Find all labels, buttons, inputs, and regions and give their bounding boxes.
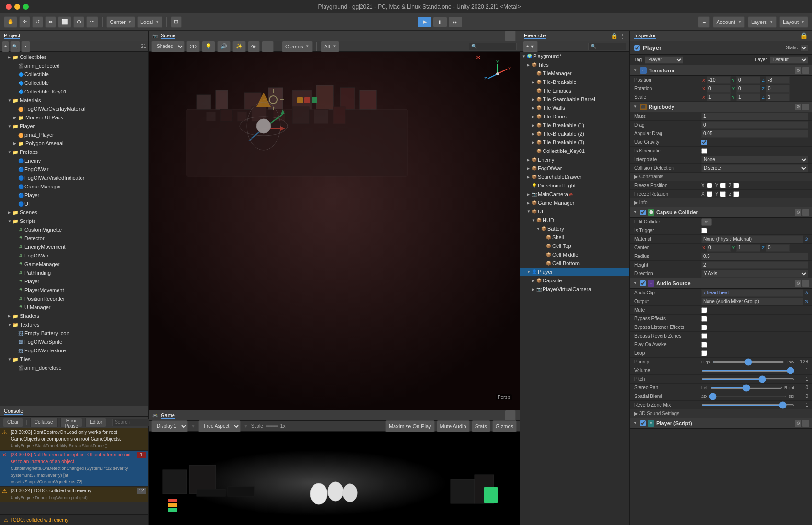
collider-material-link[interactable]: ⊙ — [804, 236, 808, 242]
play-button[interactable]: ▶ — [418, 17, 431, 27]
rot-z-field[interactable] — [766, 85, 790, 93]
mute-audio-button[interactable]: Mute Audio — [437, 420, 470, 432]
project-item-fogofwar-sprite[interactable]: 🖼FogOfWarSprite — [0, 338, 148, 346]
display-select[interactable]: Display 1 — [151, 420, 188, 432]
freeze-pos-x[interactable] — [707, 183, 712, 188]
stats-button[interactable]: Stats — [472, 420, 490, 432]
tag-select[interactable]: Player — [645, 56, 683, 64]
bypass-reverb-checkbox[interactable] — [701, 333, 707, 339]
project-item-fogofwar-material[interactable]: ⬤FogOfWarOverlayMaterial — [0, 105, 148, 113]
audio-active-checkbox[interactable] — [640, 280, 646, 286]
edit-collider-button[interactable]: ✏ — [701, 218, 712, 226]
project-item-tiles[interactable]: ▼📁Tiles — [0, 355, 148, 363]
project-item-enemy-movement[interactable]: #EnemyMovement — [0, 243, 148, 251]
project-item-collectible-1[interactable]: 🔷Collectible — [0, 70, 148, 79]
find-button[interactable]: 🔍 — [10, 41, 20, 52]
project-item-collectible-key01[interactable]: 🔷Collectible_Key01 — [0, 87, 148, 96]
scene-tab[interactable]: Scene — [161, 33, 175, 39]
scale-tool-button[interactable]: ⇔ — [45, 16, 56, 28]
scale-x-field[interactable] — [707, 93, 731, 101]
project-item-player-script[interactable]: #Player — [0, 277, 148, 286]
project-item-collectible-2[interactable]: 🔷Collectible — [0, 79, 148, 87]
project-item-collectibles[interactable]: ▶📁Collectibles — [0, 53, 148, 61]
freeze-pos-z[interactable] — [733, 183, 739, 188]
info-header[interactable]: ▶ Info — [630, 198, 812, 207]
step-button[interactable]: ⏭ — [449, 17, 462, 27]
console-clear-button[interactable]: Clear — [3, 418, 23, 427]
hierarchy-item-tile-empties[interactable]: 📦Tile Empties — [520, 86, 629, 95]
transform-component-header[interactable]: ▼ ↔ Transform ⚙ ⋮ — [630, 65, 812, 76]
game-options-button[interactable]: ⋮ — [505, 410, 516, 421]
project-item-materials[interactable]: ▼📁Materials — [0, 96, 148, 105]
inspector-lock-button[interactable]: 🔒 — [800, 32, 808, 39]
sound-settings-header[interactable]: ▶ 3D Sound Settings — [630, 409, 812, 418]
mass-field[interactable] — [701, 113, 808, 120]
lighting-button[interactable]: 💡 — [202, 41, 215, 52]
shading-mode-select[interactable]: Shaded — [151, 41, 185, 52]
project-item-custom-vignette[interactable]: #CustomVignette — [0, 225, 148, 234]
maximize-button[interactable] — [23, 4, 29, 10]
capsule-collider-header[interactable]: ▼ ⬤ Capsule Collider ⚙ ⋮ — [630, 207, 812, 218]
audio-clip-link[interactable]: ⊙ — [804, 290, 808, 295]
play-on-awake-checkbox[interactable] — [701, 342, 707, 348]
game-view[interactable] — [149, 432, 520, 525]
minimize-button[interactable] — [14, 4, 20, 10]
scene-options-button[interactable]: ⋮ — [505, 31, 516, 42]
project-item-enemy-prefab[interactable]: 🔵Enemy — [0, 156, 148, 165]
collider-material-field[interactable]: None (Physic Material) — [701, 235, 803, 243]
project-item-fogofwar-prefab[interactable]: 🔵FogOfWar — [0, 165, 148, 174]
project-item-fogofwar-visited[interactable]: 🔵FogOfWarVisitedIndicator — [0, 174, 148, 182]
hierarchy-item-tilemanager[interactable]: 📦TileManager — [520, 69, 629, 78]
bypass-effects-checkbox[interactable] — [701, 316, 707, 322]
radius-field[interactable] — [701, 253, 808, 260]
center-x-field[interactable] — [707, 244, 731, 252]
project-item-game-manager-prefab[interactable]: 🔵Game Manager — [0, 182, 148, 191]
project-item-polygon-arsenal[interactable]: ▶📁Polygon Arsenal — [0, 139, 148, 148]
game-tab[interactable]: Game — [161, 412, 175, 419]
cloud-button[interactable]: ☁ — [698, 16, 710, 28]
project-tab[interactable]: Project — [4, 33, 20, 39]
console-editor-button[interactable]: Editor — [85, 418, 106, 427]
move-tool-button[interactable]: ✛ — [19, 16, 30, 28]
project-item-fog-of-war[interactable]: #FogOfWar — [0, 251, 148, 260]
hierarchy-item-hud[interactable]: ▼📦HUD — [520, 216, 629, 224]
hierarchy-lock-button[interactable]: 🔒 — [611, 33, 618, 39]
hierarchy-item-cell-bottom[interactable]: 📦Cell Bottom — [520, 259, 629, 268]
project-item-pmat-player[interactable]: ⬤pmat_Player — [0, 130, 148, 139]
hierarchy-item-tile-breakable-2[interactable]: ▶📦Tile-Breakable (2) — [520, 129, 629, 138]
scale-slider[interactable]: ━━━━ — [266, 423, 278, 429]
project-item-textures[interactable]: ▼📁Textures — [0, 320, 148, 329]
all-button[interactable]: All ▼ — [321, 41, 339, 52]
project-item-ui-prefab[interactable]: 🔵UI — [0, 199, 148, 208]
project-item-player-prefab[interactable]: 🔵Player — [0, 191, 148, 199]
collision-detection-select[interactable]: Discrete — [701, 164, 808, 172]
hierarchy-item-fogofwar[interactable]: ▶📦FogOfWar — [520, 164, 629, 173]
audio-settings-button[interactable]: ⚙ — [795, 280, 801, 287]
project-item-ui-manager[interactable]: #UIManager — [0, 303, 148, 312]
use-gravity-checkbox[interactable] — [701, 140, 707, 145]
project-item-game-manager-script[interactable]: #GameManager — [0, 260, 148, 268]
freeze-rot-y[interactable] — [720, 191, 726, 197]
layout-button[interactable]: Layout ▼ — [779, 16, 808, 28]
pos-y-field[interactable] — [736, 76, 760, 84]
angular-drag-field[interactable] — [701, 130, 808, 138]
console-error-pause-button[interactable]: Error Pause — [60, 418, 82, 427]
player-script-settings-button[interactable]: ⚙ — [795, 420, 801, 427]
hierarchy-item-ui[interactable]: ▼📦UI — [520, 207, 629, 216]
hierarchy-item-enemy[interactable]: ▶📦Enemy — [520, 155, 629, 164]
project-item-prefabs[interactable]: ▼📁Prefabs — [0, 148, 148, 156]
interpolate-select[interactable]: None — [701, 156, 808, 163]
project-options-button[interactable]: ⋯ — [21, 41, 30, 52]
local-global-button[interactable]: Local ▼ — [137, 16, 162, 28]
transform-settings-button[interactable]: ⚙ — [795, 67, 801, 74]
project-item-anim-doorclose[interactable]: 🎬anim_doorclose — [0, 363, 148, 372]
loop-checkbox[interactable] — [701, 350, 707, 356]
hide-button[interactable]: 👁 — [248, 41, 260, 52]
hierarchy-item-cell-middle[interactable]: 📦Cell Middle — [520, 250, 629, 259]
reverb-zone-slider[interactable] — [701, 404, 794, 406]
hierarchy-item-tile-breakable[interactable]: ▶📦Tile-Breakable — [520, 78, 629, 86]
pause-button[interactable]: ⏸ — [433, 17, 447, 27]
aspect-select[interactable]: Free Aspect — [198, 420, 241, 432]
create-button[interactable]: + — [2, 41, 9, 52]
scene-axis-gizmo[interactable]: X Y Z — [483, 59, 512, 88]
